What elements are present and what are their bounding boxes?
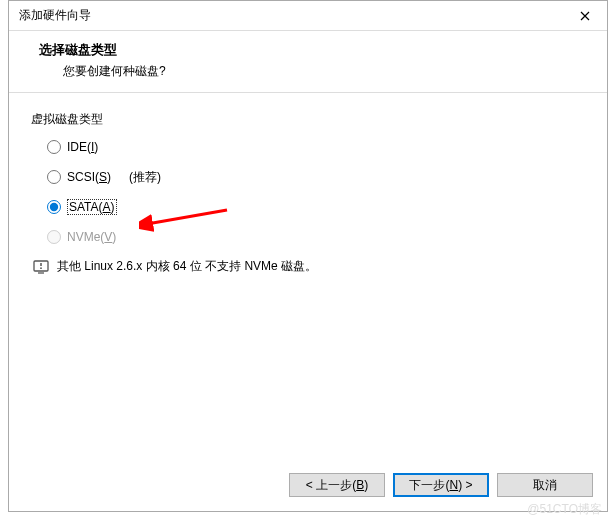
titlebar: 添加硬件向导 (9, 1, 607, 31)
scsi-recommended-label: (推荐) (129, 169, 161, 186)
header-title: 选择磁盘类型 (39, 41, 607, 59)
info-message: 其他 Linux 2.6.x 内核 64 位 不支持 NVMe 磁盘。 (33, 258, 587, 275)
content-area: 虚拟磁盘类型 IDE(I) SCSI(S) (推荐) SATA(A) NVMe(… (9, 93, 607, 275)
titlebar-text: 添加硬件向导 (19, 7, 91, 24)
radio-sata-label: SATA(A) (67, 200, 117, 214)
next-button[interactable]: 下一步(N) > (393, 473, 489, 497)
cancel-button[interactable]: 取消 (497, 473, 593, 497)
radio-ide-label: IDE(I) (67, 140, 98, 154)
wizard-header: 选择磁盘类型 您要创建何种磁盘? (9, 31, 607, 93)
radio-nvme-label: NVMe(V) (67, 230, 116, 244)
radio-sata[interactable]: SATA(A) (47, 198, 587, 216)
group-label: 虚拟磁盘类型 (31, 111, 587, 128)
close-button[interactable] (562, 1, 607, 31)
info-text: 其他 Linux 2.6.x 内核 64 位 不支持 NVMe 磁盘。 (57, 258, 317, 275)
radio-nvme-input (47, 230, 61, 244)
radio-nvme: NVMe(V) (47, 228, 587, 246)
svg-point-3 (40, 267, 42, 269)
add-hardware-wizard-dialog: 添加硬件向导 选择磁盘类型 您要创建何种磁盘? 虚拟磁盘类型 IDE(I) SC… (8, 0, 608, 512)
disk-type-radio-group: IDE(I) SCSI(S) (推荐) SATA(A) NVMe(V) (31, 138, 587, 246)
radio-scsi-input[interactable] (47, 170, 61, 184)
radio-sata-input[interactable] (47, 200, 61, 214)
back-button[interactable]: < 上一步(B) (289, 473, 385, 497)
radio-scsi-label: SCSI(S) (67, 170, 111, 184)
radio-ide-input[interactable] (47, 140, 61, 154)
info-icon (33, 260, 49, 274)
radio-ide[interactable]: IDE(I) (47, 138, 587, 156)
close-icon (580, 11, 590, 21)
radio-scsi[interactable]: SCSI(S) (推荐) (47, 168, 587, 186)
header-subtitle: 您要创建何种磁盘? (63, 63, 607, 80)
button-row: < 上一步(B) 下一步(N) > 取消 (289, 473, 593, 497)
